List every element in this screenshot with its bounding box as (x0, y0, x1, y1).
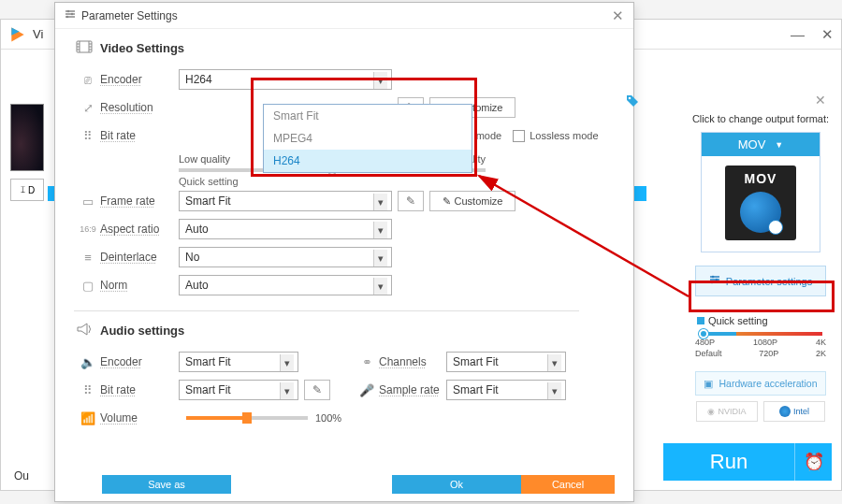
parameter-settings-button[interactable]: Parameter settings (695, 266, 826, 296)
channels-label: Channels (379, 355, 446, 368)
format-name: MOV (738, 137, 766, 151)
encoder-option-mpeg4[interactable]: MPEG4 (264, 127, 472, 150)
low-quality-label: Low quality (179, 153, 230, 165)
norm-combo[interactable]: Auto (179, 275, 392, 295)
volume-slider[interactable] (186, 416, 308, 420)
audio-encoder-row: 🔈 Encoder Smart Fit ⚭ Channels Smart Fit (76, 348, 613, 376)
format-dropdown-head[interactable]: MOV ▼ (702, 133, 820, 156)
chevron-down-icon: ▼ (775, 140, 783, 150)
bitrate-label: Bit rate (100, 129, 179, 142)
encoder-dropdown-list[interactable]: Smart Fit MPEG4 H264 (263, 104, 472, 173)
main-window-title: Vi (33, 27, 43, 41)
framerate-customize-button[interactable]: ✎Customize (429, 191, 515, 211)
deinterlace-label: Deinterlace (100, 251, 179, 264)
run-bar: Run ⏰ (663, 443, 832, 481)
volume-percent: 100% (315, 412, 341, 424)
aspect-label: Aspect ratio (100, 223, 179, 236)
ok-button[interactable]: Ok (392, 475, 521, 494)
audio-bitrate-edit-button[interactable]: ✎ (304, 380, 330, 400)
framerate-label: Frame rate (100, 194, 179, 208)
sliders-icon (65, 8, 76, 22)
channels-combo[interactable]: Smart Fit (446, 352, 566, 372)
framerate-row: ▭ Frame rate Smart Fit ✎ ✎Customize (76, 187, 613, 215)
checkbox-icon (513, 130, 525, 142)
dialog-close-button[interactable]: ✕ (612, 7, 624, 24)
audio-encoder-combo[interactable]: Smart Fit (179, 352, 298, 372)
nvidia-chip[interactable]: ◉NVIDIA (696, 401, 758, 422)
resolution-icon: ⤢ (76, 101, 100, 115)
framerate-edit-button[interactable]: ✎ (398, 191, 424, 211)
sliders-icon (709, 274, 720, 288)
lossless-checkbox[interactable]: Lossless mode (513, 130, 598, 142)
right-pane-close-icon[interactable]: ✕ (815, 93, 826, 108)
dialog-title: Parameter Settings (81, 9, 178, 22)
out-label: Ou (14, 469, 29, 482)
scale-bottom-labels: Default 720P 2K (695, 349, 826, 358)
audio-bitrate-row: ⠿ Bit rate Smart Fit ✎ 🎤 Sample rate Sma… (76, 376, 613, 404)
cancel-button[interactable]: Cancel (521, 475, 615, 494)
volume-row: 📶 Volume 100% (76, 404, 613, 432)
right-pane: ✕ Click to change output format: MOV ▼ P… (690, 85, 832, 471)
type-text-button[interactable]: 𝙸 D (10, 179, 44, 201)
encoder-combo[interactable]: H264 (179, 69, 392, 90)
resolution-label: Resolution (100, 101, 179, 114)
norm-icon: ▢ (76, 279, 100, 293)
norm-label: Norm (100, 279, 179, 292)
video-thumbnail[interactable] (10, 104, 44, 171)
audio-section-title: Audio settings (76, 323, 613, 338)
close-button[interactable]: ✕ (821, 26, 834, 43)
quick-setting-title: Quick setting (697, 315, 832, 326)
svg-point-1 (716, 279, 719, 281)
app-logo-icon (8, 25, 27, 44)
bitrate-icon: ⠿ (76, 129, 100, 143)
deinterlace-row: ≡ Deinterlace No (76, 243, 613, 271)
audio-bitrate-label: Bit rate (100, 383, 179, 396)
samplerate-label: Sample rate (379, 383, 446, 396)
intel-chip[interactable]: Intel (763, 401, 825, 422)
video-section-title: Video Settings (76, 40, 613, 56)
quality-scale-knob[interactable] (699, 329, 708, 338)
change-format-label: Click to change output format: (690, 113, 832, 124)
framerate-combo[interactable]: Smart Fit (179, 191, 392, 211)
scale-top-labels: 480P 1080P 4K (695, 338, 826, 347)
audio-section: Audio settings 🔈 Encoder Smart Fit ⚭ Cha… (55, 311, 633, 436)
saveas-button[interactable]: Save as (102, 475, 231, 494)
svg-point-4 (71, 13, 73, 15)
aspect-row: 16:9 Aspect ratio Auto (76, 215, 613, 243)
quicktime-logo-icon (740, 192, 781, 233)
samplerate-combo[interactable]: Smart Fit (446, 380, 566, 400)
alarm-clock-icon: ⏰ (804, 452, 824, 472)
samplerate-icon: 🎤 (355, 383, 379, 397)
gpu-logos: ◉NVIDIA Intel (690, 401, 832, 422)
encoder-option-smartfit[interactable]: Smart Fit (264, 105, 472, 127)
svg-point-2 (711, 281, 714, 284)
deinterlace-icon: ≡ (76, 251, 100, 265)
hardware-acceleration-button[interactable]: ▣ Hardware acceleration (695, 371, 826, 396)
deinterlace-combo[interactable]: No (179, 247, 392, 267)
megaphone-icon (76, 323, 93, 338)
encoder-icon: ⎚ (76, 73, 100, 87)
channels-icon: ⚭ (355, 355, 379, 369)
volume-slider-knob[interactable] (242, 412, 252, 424)
aspect-combo[interactable]: Auto (179, 219, 392, 239)
svg-point-5 (66, 16, 68, 18)
dialog-titlebar: Parameter Settings ✕ (55, 3, 633, 29)
left-toolbar: 𝙸 D (10, 104, 44, 201)
chip-icon: ▣ (704, 378, 713, 389)
dialog-footer: Save as Ok Cancel (102, 475, 615, 494)
run-button[interactable]: Run (663, 443, 794, 481)
svg-point-0 (712, 276, 715, 279)
tag-icon[interactable] (625, 94, 640, 112)
text-cursor-icon: 𝙸 (20, 184, 26, 195)
quality-scale[interactable] (699, 332, 822, 336)
film-icon (76, 40, 93, 56)
volume-label: Volume (100, 411, 179, 425)
minimize-button[interactable]: — (791, 26, 805, 43)
mov-icon (725, 166, 796, 240)
encoder-option-h264[interactable]: H264 (264, 150, 472, 172)
schedule-button[interactable]: ⏰ (794, 443, 832, 481)
audio-bitrate-combo[interactable]: Smart Fit (179, 380, 298, 400)
parameter-settings-dialog: Parameter Settings ✕ Video Settings ⎚ En… (54, 2, 634, 502)
framerate-icon: ▭ (76, 194, 100, 209)
output-format-box[interactable]: MOV ▼ (701, 132, 820, 252)
